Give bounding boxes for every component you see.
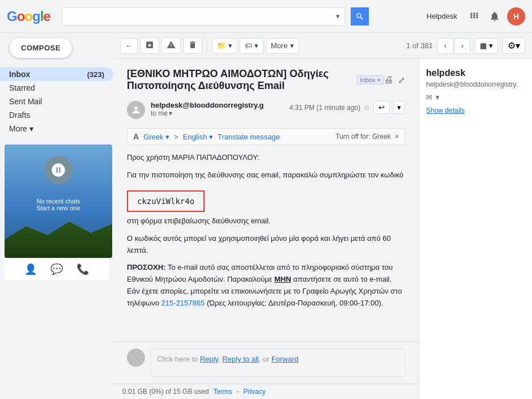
top-bar: Google ▾ Helpdesk H <box>0 0 532 33</box>
email-subject-line: [ΕΘΝΙΚΟ ΜΗΤΡΩΟ ΑΙΜΟΔΟΤΩΝ] Οδηγίες Πιστοπ… <box>127 68 405 92</box>
avatar[interactable]: H <box>507 7 525 26</box>
print-icon[interactable]: 🖨 <box>384 75 393 86</box>
body-para1: Για την πιστοποίηση της διεύθυνσης σας e… <box>127 171 403 179</box>
inbox-label-text: Inbox <box>360 77 376 83</box>
translate-icon: A <box>133 132 139 141</box>
view-button[interactable]: ▦ ▾ <box>475 38 498 54</box>
reply-avatar <box>127 349 145 367</box>
delete-button[interactable] <box>183 37 202 54</box>
reply-button[interactable]: ↩ <box>373 101 390 114</box>
email-header: helpdesk@blooddonorregistry.g to me ▾ 4:… <box>127 101 405 119</box>
prev-page-button[interactable]: ‹ <box>437 38 453 54</box>
search-input[interactable] <box>62 12 331 21</box>
turnoff-close-icon[interactable]: × <box>395 133 399 141</box>
terms-link[interactable]: Terms <box>214 388 232 396</box>
reply-link[interactable]: Reply <box>200 355 218 363</box>
sender-avatar <box>127 101 145 119</box>
content-area: [ΕΘΝΙΚΟ ΜΗΤΡΩΟ ΑΙΜΟΔΟΤΩΝ] Οδηγίες Πιστοπ… <box>113 59 532 399</box>
phone-icon[interactable]: 📞 <box>76 263 89 275</box>
notifications-icon[interactable] <box>487 9 503 24</box>
hangouts-icon <box>44 156 73 184</box>
compose-button[interactable]: COMPOSE <box>9 37 73 58</box>
starred-label: Starred <box>9 83 104 92</box>
sidebar-item-starred[interactable]: Starred <box>0 81 113 95</box>
more-button[interactable]: More ▾ <box>266 38 299 54</box>
settings-button[interactable]: ⚙ ▾ <box>503 37 525 54</box>
delete-icon <box>188 40 197 51</box>
sent-label: Sent Mail <box>9 97 104 106</box>
translation-bar: A Greek ▾ > English ▾ Translate message … <box>127 128 405 145</box>
report-button[interactable] <box>161 37 181 54</box>
privacy-link[interactable]: Privacy <box>243 388 265 396</box>
person-icon[interactable]: 👤 <box>24 263 37 275</box>
email-container: [ΕΘΝΙΚΟ ΜΗΤΡΩΟ ΑΙΜΟΔΟΤΩΝ] Οδηγίες Πιστοπ… <box>113 59 419 341</box>
reply-or: , or <box>259 355 271 363</box>
body-para3: Ο κωδικός αυτός μπορεί να χρησιμοποιηθεί… <box>127 234 391 254</box>
search-button[interactable] <box>351 7 369 26</box>
reply-all-link[interactable]: Reply to all <box>222 355 258 363</box>
apps-icon[interactable] <box>466 9 482 24</box>
move-button[interactable]: 📁 ▾ <box>212 38 237 54</box>
archive-button[interactable] <box>140 37 159 54</box>
more-label: More ▾ <box>9 124 104 133</box>
expand-icon[interactable]: ⤢ <box>398 75 405 86</box>
pagination-text: 1 of 381 <box>406 41 433 50</box>
right-sidebar: helpdesk helpdesk@blooddonorregistry. ✉ … <box>419 59 532 399</box>
hangouts-chat-icon[interactable]: 💬 <box>50 263 63 275</box>
storage-info: 0.01 GB (0%) of 15 GB used <box>122 388 209 396</box>
contact-name: helpdesk <box>426 68 525 78</box>
notice-label: ΠΡΟΣΟΧΗ: <box>127 263 165 271</box>
email-body: Προς χρήστη ΜΑΡΙΑ ΠΑΠΑΔΟΠΟΥΛΟΥ: Για την … <box>127 152 405 309</box>
from-language-select[interactable]: Greek ▾ <box>143 133 169 141</box>
mail-action-icon[interactable]: ✉ <box>426 93 432 101</box>
sidebar-item-more[interactable]: More ▾ <box>0 122 113 135</box>
verification-code-box: ckzuViWlkr4o <box>127 190 205 212</box>
greeting: Προς χρήστη ΜΑΡΙΑ ΠΑΠΑΔΟΠΟΥΛΟΥ: <box>127 153 259 162</box>
reply-box[interactable]: Click here to Reply, Reply to all, or Fo… <box>151 349 405 377</box>
email-time: 4:31 PM (1 minute ago) <box>290 104 360 112</box>
to-language-select[interactable]: English ▾ <box>183 133 213 141</box>
report-icon <box>167 40 176 51</box>
contact-more-icon[interactable]: ▾ <box>436 93 440 101</box>
turn-off-translation-link[interactable]: Turn off for: Greek × <box>335 133 399 141</box>
email-action-icons: 🖨 ⤢ <box>384 75 405 86</box>
show-details-link[interactable]: Show details <box>426 107 465 114</box>
top-right-icons: Helpdesk H <box>427 7 525 26</box>
to-dropdown[interactable]: ▾ <box>169 109 172 117</box>
search-dropdown-icon[interactable]: ▾ <box>331 12 344 20</box>
back-icon: ← <box>125 41 133 50</box>
pagination: 1 of 381 ‹ › ▦ ▾ ⚙ ▾ <box>406 37 525 54</box>
back-button[interactable]: ← <box>120 38 138 54</box>
label-button[interactable]: 🏷 ▾ <box>240 38 263 54</box>
inbox-count: (323) <box>87 70 104 79</box>
contact-email: helpdesk@blooddonorregistry. <box>426 80 525 88</box>
start-chat-link[interactable]: Start a new one <box>5 205 112 211</box>
sidebar-item-sent[interactable]: Sent Mail <box>0 95 113 108</box>
footer: 0.01 GB (0%) of 15 GB used Terms - Priva… <box>113 384 419 399</box>
label-close-button[interactable]: × <box>377 77 381 83</box>
contact-actions: ✉ ▾ <box>426 93 525 101</box>
view-icon: ▦ <box>480 41 487 50</box>
star-icon[interactable]: ☆ <box>364 104 370 112</box>
translate-message-link[interactable]: Translate message <box>218 133 280 141</box>
pagination-nav: ‹ › <box>437 38 470 54</box>
reply-area: Click here to Reply, Reply to all, or Fo… <box>113 341 419 384</box>
no-chats-text: No recent chats <box>5 198 112 205</box>
to-label: to me <box>151 109 168 117</box>
email-time-area: 4:31 PM (1 minute ago) ☆ ↩ ▾ <box>290 101 405 114</box>
reply-placeholder-pre: Click here to <box>157 355 200 363</box>
more-label: More <box>271 41 288 50</box>
main-layout: COMPOSE Inbox (323) Starred Sent Mail Dr… <box>0 33 532 399</box>
settings-icon: ⚙ <box>508 40 516 51</box>
forward-link[interactable]: Forward <box>271 355 299 363</box>
search-container: ▾ <box>62 7 345 26</box>
next-page-button[interactable]: › <box>454 38 470 54</box>
body-para2: στη φόρμα επιβεβαίωσης διεύθυνσης email. <box>127 217 270 225</box>
sidebar-item-drafts[interactable]: Drafts <box>0 108 113 122</box>
notice-text3: (Ώρες λειτουργίας: Δευτέρα-Παρασκευή, 09… <box>207 299 384 307</box>
sidebar-item-inbox[interactable]: Inbox (323) <box>0 67 113 81</box>
footer-separator: - <box>236 388 239 396</box>
phone-link[interactable]: 215-2157865 <box>161 299 205 307</box>
more-actions-button[interactable]: ▾ <box>393 101 405 114</box>
user-label: Helpdesk <box>427 12 457 20</box>
